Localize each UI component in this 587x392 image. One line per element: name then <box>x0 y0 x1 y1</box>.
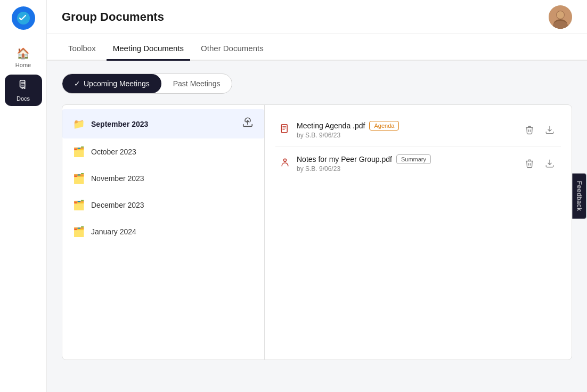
file-actions <box>523 123 557 137</box>
file-item-notes: Notes for my Peer Group.pdf Summary by S… <box>275 147 561 180</box>
app-logo[interactable] <box>12 6 35 30</box>
svg-rect-7 <box>281 124 287 132</box>
folder-outline-icon: 🗂️ <box>73 226 85 238</box>
sidebar-item-docs[interactable]: Docs <box>5 75 42 106</box>
file-meta: by S.B. 9/06/23 <box>297 165 516 173</box>
delete-file-button[interactable] <box>523 123 536 137</box>
tab-other-documents[interactable]: Other Documents <box>194 35 270 61</box>
home-icon: 🏠 <box>17 47 30 60</box>
file-meta: by S.B. 9/06/23 <box>297 132 516 139</box>
sub-tabs: ✓ Upcoming Meetings Past Meetings <box>62 74 572 94</box>
folder-outline-icon: 🗂️ <box>73 173 85 184</box>
folder-name: December 2023 <box>91 201 144 209</box>
svg-point-11 <box>284 159 287 161</box>
sidebar: 🏠 Home Docs <box>0 0 47 392</box>
folder-name: November 2023 <box>91 174 144 183</box>
main-content: Group Documents Toolbox Meeting Document… <box>47 0 587 392</box>
file-badge-summary: Summary <box>396 154 431 164</box>
tab-toolbox[interactable]: Toolbox <box>62 35 102 61</box>
file-actions <box>523 157 557 170</box>
document-panels: 📁 September 2023 🗂️ October 2023 <box>62 104 572 360</box>
agenda-doc-icon <box>280 124 290 137</box>
meeting-toggle-group: ✓ Upcoming Meetings Past Meetings <box>62 74 232 94</box>
sidebar-item-home[interactable]: 🏠 Home <box>5 43 42 72</box>
folder-outline-icon: 🗂️ <box>73 146 85 158</box>
file-info: Notes for my Peer Group.pdf Summary by S… <box>297 154 516 173</box>
download-file-button[interactable] <box>543 157 557 170</box>
folder-item-dec-2023[interactable]: 🗂️ December 2023 <box>62 192 264 218</box>
sidebar-item-docs-label: Docs <box>17 95 30 102</box>
header: Group Documents <box>47 0 587 34</box>
delete-file-button[interactable] <box>523 157 536 170</box>
folder-name: September 2023 <box>91 120 148 128</box>
checkmark-icon: ✓ <box>74 79 80 88</box>
page-title: Group Documents <box>62 10 164 24</box>
feedback-tab[interactable]: Feedback <box>573 174 586 219</box>
notes-doc-icon <box>280 157 290 170</box>
folder-name: October 2023 <box>91 148 136 156</box>
sidebar-item-home-label: Home <box>15 62 31 68</box>
file-badge-agenda: Agenda <box>369 121 399 130</box>
folder-panel: 📁 September 2023 🗂️ October 2023 <box>62 105 265 360</box>
top-tabs: Toolbox Meeting Documents Other Document… <box>47 34 587 61</box>
folder-outline-icon: 🗂️ <box>73 199 85 211</box>
content-area: Toolbox Meeting Documents Other Document… <box>47 34 587 392</box>
file-info: Meeting Agenda .pdf Agenda by S.B. 9/06/… <box>297 121 516 139</box>
file-item-meeting-agenda: Meeting Agenda .pdf Agenda by S.B. 9/06/… <box>275 113 561 147</box>
file-name: Notes for my Peer Group.pdf <box>297 155 392 164</box>
folder-item-nov-2023[interactable]: 🗂️ November 2023 <box>62 165 264 192</box>
file-name-row: Notes for my Peer Group.pdf Summary <box>297 154 516 164</box>
folder-name: January 2024 <box>91 227 136 236</box>
folder-item-oct-2023[interactable]: 🗂️ October 2023 <box>62 138 264 165</box>
docs-icon <box>18 79 29 93</box>
file-name-row: Meeting Agenda .pdf Agenda <box>297 121 516 130</box>
tab-meeting-documents[interactable]: Meeting Documents <box>107 35 190 61</box>
user-avatar[interactable] <box>549 5 572 29</box>
upload-button[interactable] <box>242 117 254 131</box>
svg-point-5 <box>557 11 564 19</box>
file-name: Meeting Agenda .pdf <box>297 121 365 130</box>
file-panel: Meeting Agenda .pdf Agenda by S.B. 9/06/… <box>265 105 572 360</box>
folder-item-sep-2023[interactable]: 📁 September 2023 <box>62 109 264 138</box>
upcoming-meetings-button[interactable]: ✓ Upcoming Meetings <box>62 74 161 93</box>
past-meetings-button[interactable]: Past Meetings <box>161 74 232 93</box>
folder-filled-icon: 📁 <box>73 118 85 130</box>
folder-item-jan-2024[interactable]: 🗂️ January 2024 <box>62 218 264 245</box>
download-file-button[interactable] <box>543 123 557 137</box>
